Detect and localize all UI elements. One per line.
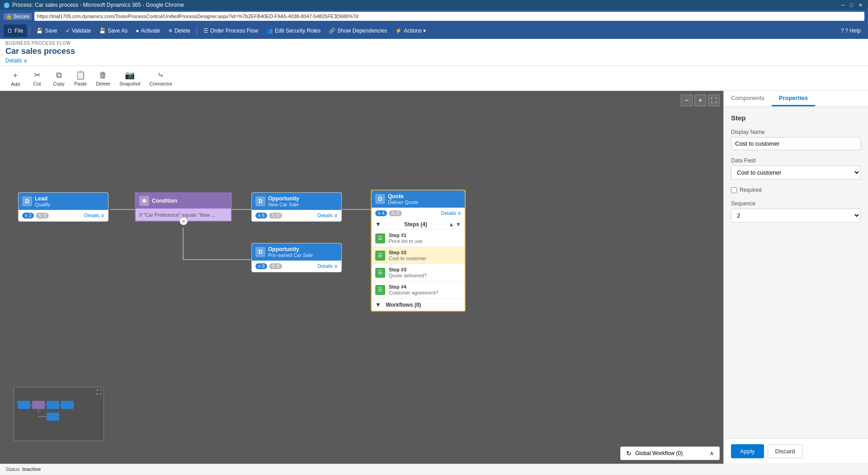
opportunity-new-icon: D (255, 196, 265, 206)
actions-button[interactable]: ⚡ Actions ▾ (392, 24, 429, 37)
order-process-flow-button[interactable]: ☰ Order Process Flow (200, 24, 262, 37)
display-name-input[interactable] (731, 137, 861, 150)
delete-ribbon-button[interactable]: ✕ Delete (165, 24, 194, 37)
order-icon: ☰ (203, 28, 208, 34)
opp-pre-fields-count: 9 (262, 264, 265, 269)
required-checkbox[interactable] (731, 187, 737, 193)
quote-node[interactable]: D Quote Deliver Quote ≡ 4 ↻ 0 Details ∧ (371, 190, 466, 312)
opp-new-fields-icon: ≡ (258, 213, 261, 218)
global-workflow-content: ↻ Global Workflow (0) (626, 450, 683, 457)
opp-pre-fields-badge: ≡ 9 (255, 263, 267, 269)
url-input[interactable] (34, 12, 864, 21)
quote-fields-icon: ≡ (378, 211, 381, 216)
edit-security-roles-button[interactable]: 👥 Edit Security Roles (263, 24, 324, 37)
panel-content: Step Display Name Data Field Cost to cus… (724, 107, 868, 438)
steps-down-button[interactable]: ▼ (456, 221, 461, 228)
activate-button[interactable]: ● Activate (132, 24, 164, 37)
step-4-title: Step #4 (389, 284, 438, 290)
save-as-label: Save As (108, 28, 127, 34)
step-4-text: Step #4 Customer agreement? (389, 284, 438, 295)
data-field-select[interactable]: Cost to customer (731, 166, 861, 180)
lead-node-titles: Lead Qualify (35, 195, 50, 207)
step-3-title: Step #3 (389, 267, 427, 272)
validate-button[interactable]: ✓ Validate (62, 24, 94, 37)
steps-up-button[interactable]: ▲ (448, 221, 454, 228)
canvas-area[interactable]: − + ⛶ D Lead Qualify ≡ 2 (0, 91, 723, 464)
step-1-desc: Price list to use (389, 238, 423, 244)
opp-pre-workflows-badge: ↻ 0 (269, 263, 282, 269)
file-button[interactable]: 🗋 File (4, 24, 27, 37)
step-4-item[interactable]: ☰ Step #4 Customer agreement? (372, 281, 465, 299)
zoom-in-button[interactable]: + (694, 95, 706, 106)
cut-button[interactable]: ✂ Cut (27, 68, 47, 88)
paste-button[interactable]: 📋 Paste (71, 68, 90, 88)
tab-properties[interactable]: Properties (772, 91, 815, 106)
quote-details-button[interactable]: Details ∧ (441, 210, 461, 216)
step-1-text: Step #1 Price list to use (389, 233, 423, 244)
minimap-expand-button[interactable]: ⛶ (96, 389, 102, 395)
show-dependencies-button[interactable]: 🔗 Show Dependencies (325, 24, 391, 37)
step-4-icon: ☰ (375, 285, 385, 295)
save-as-button[interactable]: 💾 Save As (95, 24, 131, 37)
step-3-item[interactable]: ☰ Step #3 Quote delivered? (372, 264, 465, 281)
display-name-label: Display Name (731, 129, 861, 135)
snapshot-button[interactable]: 📷 Snapshot (116, 68, 144, 88)
save-button[interactable]: 💾 Save (33, 24, 61, 37)
condition-close-button[interactable]: ✕ (179, 217, 188, 225)
delete-toolbar-button[interactable]: 🗑 Delete (92, 69, 114, 88)
zoom-out-icon: − (684, 96, 689, 104)
steps-controls[interactable]: ▲ ▼ (448, 221, 461, 228)
lock-icon: 🔒 (6, 14, 12, 19)
details-link[interactable]: Details ∨ (5, 57, 28, 66)
workflows-label: Workflows (0) (386, 302, 421, 308)
step-2-item[interactable]: ☰ Step #2 Cost to customer (372, 247, 465, 264)
global-workflow-bar[interactable]: ↻ Global Workflow (0) ∧ (620, 446, 720, 460)
quote-node-titles: Quote Deliver Quote (388, 193, 418, 205)
quote-fields-badge: ≡ 4 (375, 210, 387, 216)
apply-button[interactable]: Apply (731, 444, 764, 458)
secure-label: Secure (14, 14, 29, 19)
copy-icon: ⧉ (56, 71, 62, 80)
step-1-title: Step #1 (389, 233, 423, 238)
discard-button[interactable]: Discard (768, 444, 803, 458)
zoom-out-button[interactable]: − (681, 95, 693, 106)
condition-check-icon: ✓ (222, 197, 227, 205)
maximize-button[interactable]: □ (848, 2, 855, 8)
cut-icon: ✂ (34, 70, 41, 80)
fit-screen-button[interactable]: ⛶ (708, 95, 720, 106)
window-controls[interactable]: ─ □ ✕ (840, 2, 864, 8)
lead-node[interactable]: D Lead Qualify ≡ 2 ↻ 0 Details ∨ (18, 192, 108, 222)
add-icon: ＋ (11, 70, 19, 81)
opportunity-new-node[interactable]: D Opportunity New Car Sale ≡ 6 ↻ 0 Detai… (251, 192, 342, 222)
step-3-text: Step #3 Quote delivered? (389, 267, 427, 278)
close-button[interactable]: ✕ (857, 2, 864, 8)
opp-new-details-button[interactable]: Details ∨ (317, 213, 338, 218)
opportunity-new-stage: Opportunity (268, 195, 299, 202)
opportunity-preowned-node[interactable]: D Opportunity Pre-owned Car Sale ≡ 9 ↻ 0… (251, 243, 342, 272)
lead-details-label: Details ∨ (84, 213, 104, 218)
opp-pre-details-button[interactable]: Details ∨ (317, 263, 338, 269)
sequence-select[interactable]: 1 2 3 4 (731, 209, 861, 223)
lead-node-icon: D (22, 196, 32, 206)
browser-title: Process: Car sales process - Microsoft D… (12, 2, 184, 8)
minimize-button[interactable]: ─ (840, 2, 847, 8)
add-button[interactable]: ＋ Add (5, 68, 25, 89)
lead-details-button[interactable]: Details ∨ (84, 213, 104, 218)
global-workflow-collapse-icon: ∧ (710, 450, 714, 456)
opp-new-workflows-count: 0 (277, 213, 279, 218)
opp-new-fields-count: 6 (262, 213, 265, 218)
cut-label: Cut (33, 81, 41, 86)
step-1-item[interactable]: ☰ Step #1 Price list to use (372, 230, 465, 247)
panel-tabs: Components Properties (724, 91, 868, 107)
help-button[interactable]: ? ? Help (837, 26, 864, 36)
lead-workflows-count: 0 (43, 213, 46, 218)
activate-label: Activate (141, 28, 160, 34)
bpf-label: BUSINESS PROCESS FLOW (5, 41, 863, 46)
condition-node[interactable]: ⊕ Condition ✓ If "Car Preference" equals… (135, 192, 232, 222)
status-prefix: Status: (5, 466, 21, 472)
canvas-toolbar: − + ⛶ (681, 95, 720, 106)
tab-components[interactable]: Components (724, 91, 772, 106)
paste-label: Paste (74, 81, 87, 86)
connector-button[interactable]: ⤷ Connector (146, 68, 176, 88)
copy-button[interactable]: ⧉ Copy (49, 69, 69, 88)
